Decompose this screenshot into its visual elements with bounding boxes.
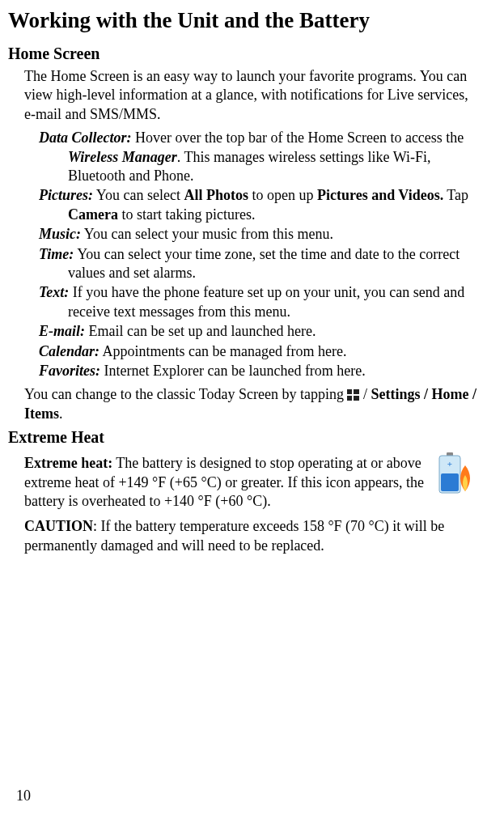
svg-rect-2 (347, 396, 352, 401)
section-home-heading: Home Screen (8, 43, 480, 64)
today-screen-note: You can change to the classic Today Scre… (24, 385, 480, 423)
windows-start-icon (347, 387, 359, 398)
item-label: Pictures: (39, 187, 93, 203)
item-email: E-mail: Email can be set up and launched… (39, 322, 480, 341)
page-title: Working with the Unit and the Battery (8, 6, 480, 35)
bold-camera: Camera (68, 206, 118, 223)
text: Appointments can be managed from here. (100, 343, 346, 359)
item-label: E-mail: (39, 323, 85, 339)
item-label: Text: (39, 284, 69, 300)
item-label: Music: (39, 226, 81, 242)
caution-text: CAUTION: If the battery temperature exce… (24, 517, 480, 555)
text: Tap (443, 187, 468, 203)
svg-text:+: + (447, 459, 452, 469)
item-label: Data Collector: (39, 129, 132, 146)
svg-rect-3 (354, 396, 359, 401)
item-pictures: Pictures: You can select All Photos to o… (39, 186, 480, 224)
text: to open up (248, 187, 317, 203)
bold-pictures-videos: Pictures and Videos. (317, 187, 443, 203)
text: You can change to the classic Today Scre… (24, 386, 347, 402)
home-intro: The Home Screen is an easy way to launch… (24, 67, 480, 124)
home-items-list: Data Collector: Hover over the top bar o… (39, 129, 480, 380)
svg-rect-0 (347, 389, 352, 394)
item-label: Time: (39, 246, 74, 262)
extreme-heat-text: Extreme heat: The battery is designed to… (24, 454, 425, 511)
text: to start taking pictures. (118, 206, 255, 223)
wireless-manager-label: Wireless Manager (68, 149, 177, 165)
item-music: Music: You can select your music from th… (39, 225, 480, 244)
item-text: Text: If you have the phone feature set … (39, 283, 480, 321)
text: / (363, 386, 371, 402)
text: You can select (93, 187, 184, 203)
caution-label: CAUTION (24, 518, 93, 534)
text: You can select your time zone, set the t… (68, 246, 460, 281)
svg-rect-6 (441, 473, 459, 491)
text: Hover over the top bar of the Home Scree… (132, 129, 464, 146)
page-number: 10 (16, 787, 31, 805)
section-heat-heading: Extreme Heat (8, 427, 480, 448)
text: If you have the phone feature set up on … (68, 284, 464, 319)
item-data-collector: Data Collector: Hover over the top bar o… (39, 129, 480, 185)
text: You can select your music from this menu… (81, 226, 333, 242)
text: . (59, 405, 63, 422)
item-time: Time: You can select your time zone, set… (39, 245, 480, 283)
item-label: Favorites: (39, 363, 100, 379)
text: Internet Explorer can be launched from h… (100, 363, 366, 379)
item-label: Calendar: (39, 343, 100, 359)
item-favorites: Favorites: Internet Explorer can be laun… (39, 362, 480, 380)
svg-rect-1 (354, 389, 359, 394)
battery-overheat-icon: + (434, 451, 480, 496)
text: Email can be set up and launched here. (85, 323, 316, 339)
extreme-heat-label: Extreme heat: (24, 455, 112, 471)
item-calendar: Calendar: Appointments can be managed fr… (39, 342, 480, 361)
bold-all-photos: All Photos (184, 187, 248, 203)
